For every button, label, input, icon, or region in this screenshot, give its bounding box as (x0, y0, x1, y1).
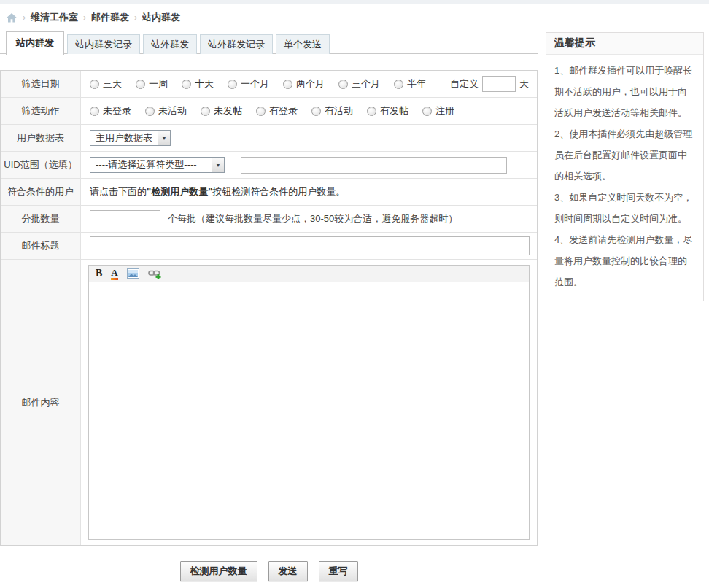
row-uid-range: UID范围（选填） ----请选择运算符类型---- ▼ (1, 152, 537, 179)
matched-users-label: 符合条件的用户 (1, 179, 81, 205)
radio-registered[interactable]: 注册 (422, 104, 454, 117)
radio-not-posted[interactable]: 未发帖 (201, 104, 242, 117)
radio-label: 三个月 (352, 77, 380, 90)
radio-label: 半年 (407, 77, 426, 90)
tip-item-3: 3、如果自定义时间天数不为空，则时间周期以自定义时间为准。 (554, 187, 695, 229)
breadcrumb-item-onsite-mass[interactable]: 站内群发 (142, 11, 180, 24)
breadcrumb-item-mail-mass[interactable]: 邮件群发 (91, 11, 129, 24)
radio-3months[interactable]: 三个月 (338, 77, 380, 90)
add-link-icon[interactable] (148, 267, 162, 280)
radio-label: 未发帖 (214, 104, 242, 117)
radio-label: 两个月 (296, 77, 325, 90)
tip-item-4: 4、发送前请先检测用户数量，尽量将用户数量控制的比较合理的范围。 (554, 229, 695, 293)
batch-size-input[interactable] (90, 210, 160, 228)
tip-item-2: 2、使用本插件必须先由超级管理员在后台配置好邮件设置页面中的相关选项。 (554, 123, 695, 187)
breadcrumb-item-studio[interactable]: 维清工作室 (31, 11, 78, 24)
breadcrumb-separator: › (83, 12, 86, 23)
chevron-down-icon: ▼ (158, 131, 170, 145)
radio-label: 未活动 (158, 104, 187, 117)
radio-icon (422, 107, 432, 116)
radio-label: 一周 (149, 77, 168, 90)
tab-onsite-mass[interactable]: 站内群发 (6, 31, 64, 55)
row-filter-date: 筛选日期 三天 一周 十天 一个月 两个月 三个月 半年 自定义 天 (1, 71, 537, 98)
check-users-button[interactable]: 检测用户数量 (180, 561, 257, 581)
radio-label: 十天 (195, 77, 214, 90)
user-table-label: 用户数据表 (1, 125, 81, 151)
radio-label: 有发帖 (380, 104, 408, 117)
tips-title: 温馨提示 (546, 33, 703, 55)
tip-item-1: 1、邮件群发插件可以用于唤醒长期不活跃的用户，也可以用于向活跃用户发送活动等相关… (554, 60, 695, 123)
radio-icon (338, 80, 348, 89)
matched-users-text-suffix: 按钮检测符合条件的用户数量。 (212, 186, 345, 197)
mail-content-label: 邮件内容 (1, 260, 81, 545)
radio-has-logged[interactable]: 有登录 (256, 104, 298, 117)
batch-size-label: 分批数量 (1, 206, 81, 232)
radio-not-active[interactable]: 未活动 (145, 104, 187, 117)
mail-content-input[interactable] (89, 282, 529, 539)
tab-single-send[interactable]: 单个发送 (276, 34, 330, 54)
radio-has-posted[interactable]: 有发帖 (367, 104, 408, 117)
uid-range-label: UID范围（选填） (1, 152, 81, 178)
filter-date-label: 筛选日期 (1, 71, 81, 97)
breadcrumb: › 维清工作室 › 邮件群发 › 站内群发 (0, 4, 709, 28)
row-filter-action: 筛选动作 未登录 未活动 未发帖 有登录 有活动 有发帖 注册 (1, 98, 537, 125)
uid-operator-select[interactable]: ----请选择运算符类型---- ▼ (90, 157, 225, 173)
custom-days-cell: 自定义 天 (443, 76, 537, 92)
row-user-table: 用户数据表 主用户数据表 ▼ (1, 125, 537, 152)
radio-icon (90, 80, 99, 89)
radio-10days[interactable]: 十天 (182, 77, 214, 90)
radio-icon (201, 107, 210, 116)
send-button[interactable]: 发送 (268, 561, 308, 581)
matched-users-text-prefix: 请点击下面的 (90, 186, 147, 197)
radio-icon (182, 80, 191, 89)
radio-label: 有登录 (269, 104, 298, 117)
radio-has-active[interactable]: 有活动 (311, 104, 353, 117)
image-icon[interactable] (127, 267, 139, 280)
editor-toolbar: B A (89, 266, 529, 282)
filter-action-label: 筛选动作 (1, 98, 81, 124)
radio-3days[interactable]: 三天 (90, 77, 122, 90)
radio-1month[interactable]: 一个月 (228, 77, 269, 90)
radio-label: 一个月 (241, 77, 269, 90)
row-matched-users: 符合条件的用户 请点击下面的"检测用户数量"按钮检测符合条件的用户数量。 (1, 179, 537, 206)
uid-range-input[interactable] (241, 157, 507, 174)
radio-icon (367, 107, 376, 116)
radio-icon (228, 80, 237, 89)
user-table-selected-value: 主用户数据表 (90, 131, 158, 144)
tips-panel: 温馨提示 1、邮件群发插件可以用于唤醒长期不活跃的用户，也可以用于向活跃用户发送… (546, 32, 704, 301)
custom-days-input[interactable] (482, 76, 516, 92)
tab-bar: 站内群发 站内群发记录 站外群发 站外群发记录 单个发送 (0, 31, 538, 54)
tab-offsite-mass-log[interactable]: 站外群发记录 (200, 34, 273, 54)
rewrite-button[interactable]: 重写 (319, 561, 358, 581)
mail-content-editor: B A (88, 265, 530, 540)
user-table-select[interactable]: 主用户数据表 ▼ (90, 130, 171, 146)
font-color-icon[interactable]: A (111, 267, 117, 280)
batch-size-hint: 个每批（建议每批数量尽量少点，30-50较为合适，避免服务器超时） (168, 212, 457, 225)
home-icon[interactable] (6, 12, 18, 23)
tips-list: 1、邮件群发插件可以用于唤醒长期不活跃的用户，也可以用于向活跃用户发送活动等相关… (546, 55, 703, 301)
mail-subject-input[interactable] (90, 236, 530, 255)
matched-users-text-bold: "检测用户数量" (147, 186, 212, 197)
tab-offsite-mass[interactable]: 站外群发 (143, 34, 197, 54)
radio-label: 有活动 (325, 104, 353, 117)
row-mail-content: 邮件内容 B A (1, 260, 537, 545)
breadcrumb-separator: › (134, 12, 137, 23)
radio-halfyear[interactable]: 半年 (394, 77, 426, 90)
custom-days-label: 自定义 (450, 77, 479, 90)
matched-users-text: 请点击下面的"检测用户数量"按钮检测符合条件的用户数量。 (90, 185, 345, 198)
radio-label: 注册 (435, 104, 454, 117)
radio-icon (90, 107, 99, 116)
radio-1week[interactable]: 一周 (136, 77, 168, 90)
filter-date-options: 三天 一周 十天 一个月 两个月 三个月 半年 (81, 77, 443, 90)
radio-label: 未登录 (103, 104, 131, 117)
tab-onsite-mass-log[interactable]: 站内群发记录 (67, 34, 140, 54)
radio-icon (311, 107, 321, 116)
radio-icon (283, 80, 292, 89)
radio-icon (394, 80, 403, 89)
radio-not-logged[interactable]: 未登录 (90, 104, 131, 117)
radio-label: 三天 (103, 77, 122, 90)
chevron-down-icon: ▼ (212, 158, 224, 172)
mass-mail-form: 筛选日期 三天 一周 十天 一个月 两个月 三个月 半年 自定义 天 筛选动作 … (0, 70, 538, 546)
bold-icon[interactable]: B (96, 267, 102, 280)
radio-2months[interactable]: 两个月 (283, 77, 325, 90)
